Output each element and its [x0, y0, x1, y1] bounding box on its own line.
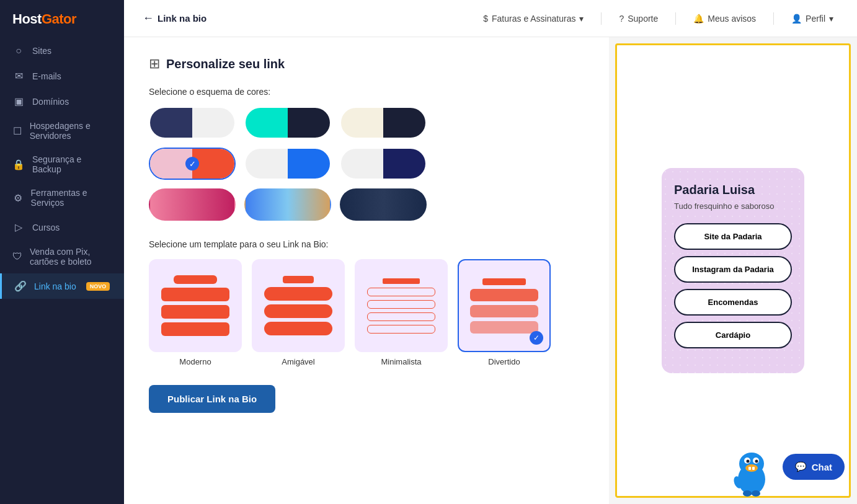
sidebar-item-cursos[interactable]: ▷ Cursos	[0, 214, 124, 240]
novo-badge: NOVO	[86, 282, 110, 291]
suporte-icon: ?	[619, 14, 624, 24]
emails-icon: ✉	[12, 70, 25, 82]
sidebar-item-emails[interactable]: ✉ E-mails	[0, 63, 124, 89]
color-swatch-dark-teal[interactable]	[149, 107, 236, 139]
template-moderno[interactable]: Moderno	[149, 259, 242, 366]
sidebar-label-ferramentas: Ferramentas e Serviços	[31, 188, 112, 208]
perfil-chevron-icon: ▾	[829, 14, 833, 24]
faturas-icon: $	[483, 14, 488, 24]
chat-label: Chat	[812, 462, 832, 472]
page-title: Personalize seu link	[166, 57, 285, 71]
svg-point-10	[743, 490, 752, 497]
moderno-bar-2	[161, 288, 229, 301]
topbar: ← Link na bio $ Faturas e Assinaturas ▾ …	[124, 0, 857, 37]
suporte-button[interactable]: ? Suporte	[614, 11, 663, 26]
minimalista-bar-5	[367, 325, 435, 334]
svg-rect-7	[748, 467, 751, 470]
moderno-bar-3	[161, 305, 229, 319]
sidebar-label-cursos: Cursos	[32, 223, 60, 232]
color-swatch-grid: ✓	[149, 107, 584, 221]
sidebar-label-sites: Sites	[32, 46, 51, 56]
sites-icon: ○	[12, 45, 25, 56]
back-arrow-icon: ←	[143, 12, 154, 25]
divertido-bar-2	[470, 289, 538, 301]
svg-point-4	[746, 460, 749, 463]
sidebar-item-sites[interactable]: ○ Sites	[0, 38, 124, 63]
color-swatch-cyan-dark[interactable]	[244, 107, 331, 139]
topbar-divider-3	[773, 12, 774, 25]
moderno-bar-1	[174, 275, 217, 284]
mascot-svg	[727, 442, 776, 498]
color-swatch-pink-orange[interactable]: ✓	[149, 148, 236, 180]
template-minimalista-label: Minimalista	[355, 357, 448, 366]
template-divertido-label: Divertido	[458, 357, 551, 366]
sidebar-label-venda: Venda com Pix, cartões e boleto	[30, 247, 112, 267]
preview-card: Padaria Luisa Tudo fresquinho e saboroso…	[662, 168, 804, 373]
amigavel-bar-1	[283, 276, 314, 283]
sidebar-item-seguranca[interactable]: 🔒 Segurança e Backup	[0, 148, 124, 181]
color-swatch-dark-gradient[interactable]	[340, 188, 427, 221]
amigavel-bar-4	[264, 322, 332, 335]
sidebar-item-ferramentas[interactable]: ⚙ Ferramentas e Serviços	[0, 181, 124, 214]
sidebar-item-linkbio[interactable]: 🔗 Link na bio NOVO	[0, 273, 124, 299]
template-grid: Moderno Amigável	[149, 259, 584, 366]
chat-widget: 💬 Chat	[727, 442, 845, 492]
seguranca-icon: 🔒	[12, 159, 25, 170]
bell-icon: 🔔	[693, 14, 704, 24]
color-swatch-white-navy[interactable]	[340, 148, 427, 180]
faturas-menu[interactable]: $ Faturas e Assinaturas ▾	[478, 11, 588, 26]
preview-btn-2[interactable]: Instagram da Padaria	[674, 256, 792, 283]
ferramentas-icon: ⚙	[12, 192, 24, 204]
color-swatch-white-blue[interactable]	[244, 148, 331, 180]
template-moderno-preview	[149, 259, 242, 352]
chat-button[interactable]: 💬 Chat	[783, 454, 845, 480]
chat-icon: 💬	[795, 461, 807, 472]
template-amigavel-preview	[252, 259, 345, 352]
faturas-chevron-icon: ▾	[579, 14, 584, 24]
preview-btn-4[interactable]: Cardápio	[674, 322, 792, 348]
main-wrapper: ← Link na bio $ Faturas e Assinaturas ▾ …	[124, 0, 857, 504]
avisos-label: Meus avisos	[708, 14, 756, 24]
sidebar-label-linkbio: Link na bio	[34, 281, 76, 291]
template-minimalista-preview	[355, 259, 448, 352]
template-divertido[interactable]: ✓ Divertido	[458, 259, 551, 366]
sidebar-label-hospedagens: Hospedagens e Servidores	[30, 121, 112, 141]
sidebar: HostGator ○ Sites ✉ E-mails ▣ Domínios ☐…	[0, 0, 124, 504]
minimalista-bar-2	[367, 288, 435, 296]
template-section-label: Selecione um template para o seu Link na…	[149, 239, 584, 249]
sidebar-label-emails: E-mails	[32, 71, 61, 81]
template-minimalista[interactable]: Minimalista	[355, 259, 448, 366]
main-content: ⊞ Personalize seu link Selecione o esque…	[124, 37, 609, 504]
cursos-icon: ▷	[12, 221, 25, 233]
color-check-icon: ✓	[185, 157, 199, 170]
suporte-label: Suporte	[628, 14, 658, 24]
sidebar-item-hospedagens[interactable]: ☐ Hospedagens e Servidores	[0, 114, 124, 148]
svg-point-11	[752, 490, 760, 497]
template-moderno-label: Moderno	[149, 357, 242, 366]
preview-description: Tudo fresquinho e saboroso	[674, 201, 792, 212]
publish-button[interactable]: Publicar Link na Bio	[149, 385, 275, 413]
template-check-icon: ✓	[530, 331, 543, 345]
sidebar-label-dominios: Domínios	[32, 97, 69, 107]
svg-point-6	[745, 464, 758, 472]
avisos-button[interactable]: 🔔 Meus avisos	[688, 11, 761, 26]
color-swatch-gradient-blue[interactable]	[244, 188, 331, 221]
venda-icon: 🛡	[12, 251, 22, 262]
template-amigavel[interactable]: Amigável	[252, 259, 345, 366]
divertido-bar-1	[482, 278, 526, 285]
preview-btn-3[interactable]: Encomendas	[674, 289, 792, 316]
back-label: Link na bio	[158, 13, 206, 24]
preview-btn-1[interactable]: Site da Padaria	[674, 223, 792, 250]
color-swatch-pink-red[interactable]	[149, 188, 236, 221]
divertido-bar-4	[470, 321, 538, 334]
back-button[interactable]: ← Link na bio	[143, 12, 206, 25]
sidebar-item-venda[interactable]: 🛡 Venda com Pix, cartões e boleto	[0, 240, 124, 273]
customize-icon: ⊞	[149, 56, 160, 72]
color-swatch-cream-dark[interactable]	[340, 107, 427, 139]
linkbio-icon: 🔗	[14, 280, 27, 292]
sidebar-item-dominios[interactable]: ▣ Domínios	[0, 89, 124, 114]
preview-panel: Padaria Luisa Tudo fresquinho e saboroso…	[615, 43, 851, 498]
perfil-menu[interactable]: 👤 Perfil ▾	[786, 11, 838, 26]
svg-point-5	[755, 460, 758, 463]
topbar-divider-1	[601, 12, 602, 25]
